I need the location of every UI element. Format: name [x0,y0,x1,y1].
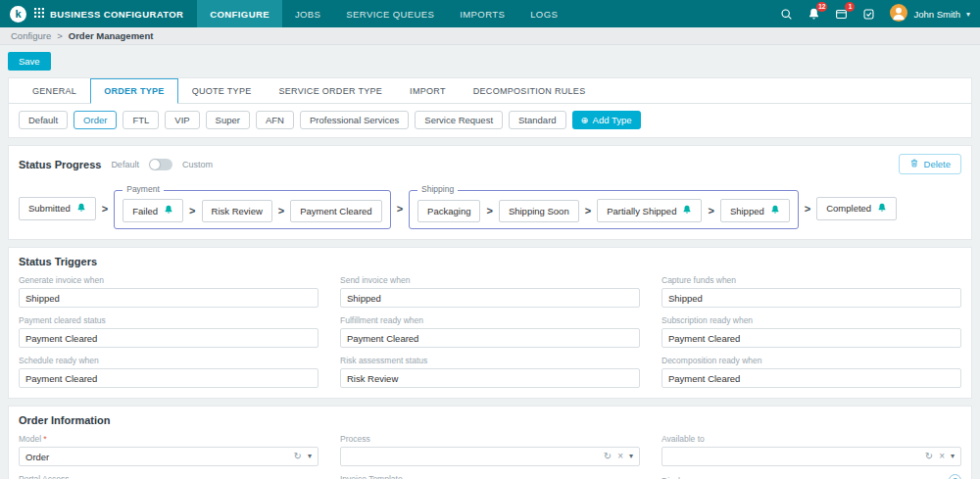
clear-icon[interactable]: × [939,452,945,461]
notification-badge: 12 [816,2,827,12]
process-input[interactable] [347,452,598,462]
status-chip-partially-shipped[interactable]: Partially Shipped [597,199,702,222]
type-chip-standard[interactable]: Standard [509,111,566,129]
flow-chevron-icon: > [707,205,714,216]
decomposition-ready-input[interactable] [668,373,955,384]
refresh-icon[interactable]: ↻ [294,452,302,461]
status-progress-title: Status Progress [19,159,101,170]
clear-icon[interactable]: × [617,452,623,461]
field-model: Model * ↻ ▾ [19,434,318,466]
order-config-panel: GENERAL ORDER TYPE QUOTE TYPE SERVICE OR… [8,77,972,138]
status-chip-shipped[interactable]: Shipped [720,199,790,222]
payment-group-label: Payment [122,184,164,194]
brand-label: BUSINESS CONFIGURATOR [50,9,183,20]
trigger-field-fulfillment-ready: Fulfillment ready when [340,315,640,348]
status-chip-completed[interactable]: Completed [816,197,897,220]
type-chip-default[interactable]: Default [19,111,68,129]
delete-button[interactable]: Delete [899,154,961,174]
help-icon[interactable]: ? [949,474,961,479]
payment-status-group: Payment Failed > Risk Review > Payment C… [114,190,390,229]
breadcrumb-current: Order Management [69,30,154,41]
flow-chevron-icon: > [485,205,493,216]
status-triggers-title: Status Triggers [19,256,97,267]
field-invoice-template: Invoice Template ↻ × ▾ [340,474,640,479]
risk-assessment-input[interactable] [347,373,633,384]
nav-item-configure[interactable]: CONFIGURE [197,0,282,27]
bell-icon [770,205,780,216]
refresh-icon[interactable]: ↻ [925,452,933,461]
add-type-button[interactable]: ⊕ Add Type [572,111,641,129]
nav-item-logs[interactable]: LOGS [517,0,570,27]
available-to-input[interactable] [668,452,919,462]
field-process: Process ↻ × ▾ [340,434,640,466]
send-invoice-input[interactable] [347,293,633,304]
payment-cleared-status-input[interactable] [25,333,312,344]
type-chip-service-request[interactable]: Service Request [415,111,503,129]
flow-chevron-icon: > [396,203,404,215]
trigger-field-decomposition-ready: Decomposition ready when [662,356,961,388]
brand[interactable]: BUSINESS CONFIGURATOR [34,0,197,27]
subscription-ready-input[interactable] [668,333,955,344]
type-chip-super[interactable]: Super [206,111,250,129]
apps-grid-icon [34,8,44,20]
nav-item-jobs[interactable]: JOBS [282,0,333,27]
bell-icon [164,205,173,216]
toggle-custom-label: Custom [182,160,213,169]
status-chip-payment-cleared[interactable]: Payment Cleared [290,200,381,222]
fulfillment-ready-input[interactable] [347,333,633,344]
default-custom-toggle[interactable] [149,159,172,170]
type-chip-professional-services[interactable]: Professional Services [300,111,409,129]
chevron-down-icon[interactable]: ▾ [308,453,312,460]
tasks-check-icon[interactable] [862,8,875,21]
trash-icon [909,158,919,170]
main-nav: CONFIGURE JOBS SERVICE QUEUES IMPORTS LO… [197,0,570,27]
user-menu[interactable]: John Smith ▾ [890,4,970,24]
tab-general[interactable]: GENERAL [19,78,90,104]
process-combobox[interactable]: ↻ × ▾ [340,447,640,466]
model-input[interactable] [25,452,288,462]
user-name: John Smith [913,9,960,20]
status-chip-packaging[interactable]: Packaging [417,200,480,222]
model-combobox[interactable]: ↻ ▾ [19,447,318,466]
nav-item-imports[interactable]: IMPORTS [447,0,517,27]
type-chip-afn[interactable]: AFN [256,111,294,129]
nav-item-service-queues[interactable]: SERVICE QUEUES [333,0,447,27]
field-portal-access: Portal Access ▾ [19,474,318,479]
breadcrumb-parent[interactable]: Configure [11,30,51,41]
chevron-down-icon: ▾ [966,10,970,19]
status-chip-failed[interactable]: Failed [122,199,183,222]
flow-chevron-icon: > [101,203,109,215]
search-icon[interactable] [780,8,793,21]
trigger-field-payment-cleared-status: Payment cleared status [19,315,318,348]
status-chip-risk-review[interactable]: Risk Review [202,200,272,222]
refresh-icon[interactable]: ↻ [604,452,612,461]
type-chip-ftl[interactable]: FTL [122,111,159,129]
status-chip-submitted[interactable]: Submitted [19,197,96,220]
shipping-status-group: Shipping Packaging > Shipping Soon > Par… [409,190,799,229]
schedule-ready-input[interactable] [25,373,312,384]
chevron-down-icon[interactable]: ▾ [951,453,955,460]
top-bar: k BUSINESS CONFIGURATOR CONFIGURE JOBS S… [0,0,980,27]
tab-decomposition-rules[interactable]: DECOMPOSITION RULES [460,78,600,104]
trigger-field-risk-assessment: Risk assessment status [340,356,640,388]
chevron-down-icon[interactable]: ▾ [629,453,633,460]
tab-quote-type[interactable]: QUOTE TYPE [178,78,266,104]
bell-icon [682,205,692,216]
generate-invoice-input[interactable] [25,293,312,304]
type-chip-vip[interactable]: VIP [165,111,199,129]
app-logo[interactable]: k [10,6,26,23]
tab-order-type[interactable]: ORDER TYPE [90,78,178,104]
status-triggers-card: Status Triggers Generate invoice when Se… [8,247,972,399]
messages-icon[interactable]: 1 [835,8,848,21]
notifications-bell-icon[interactable]: 12 [808,8,820,21]
type-chip-order[interactable]: Order [74,111,117,129]
trigger-field-subscription-ready: Subscription ready when [662,315,961,348]
available-to-combobox[interactable]: ↻ × ▾ [662,447,961,466]
status-chip-shipping-soon[interactable]: Shipping Soon [499,200,579,222]
tab-import[interactable]: IMPORT [396,78,460,104]
tab-service-order-type[interactable]: SERVICE ORDER TYPE [266,78,397,104]
required-marker: * [43,434,47,444]
flow-chevron-icon: > [584,205,592,216]
save-button[interactable]: Save [8,52,51,71]
capture-funds-input[interactable] [668,293,955,304]
